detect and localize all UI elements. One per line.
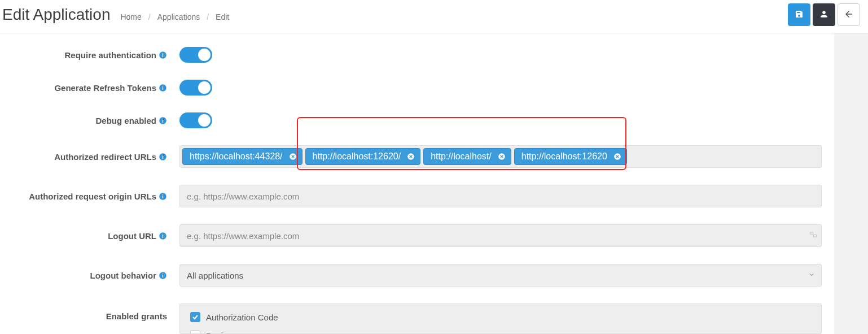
row-redirect-urls: Authorized redirect URLs i https://local… (0, 145, 834, 168)
label-origin-urls: Authorized request origin URLs (29, 192, 156, 201)
info-icon[interactable]: i (159, 116, 167, 125)
remove-tag-icon[interactable] (288, 152, 297, 161)
url-tag-text: http://localhost:12620/ (313, 151, 401, 162)
url-tag-text: https://localhost:44328/ (190, 151, 283, 162)
locale-icon[interactable] (809, 231, 817, 241)
back-button[interactable] (838, 3, 860, 26)
remove-tag-icon[interactable] (406, 152, 415, 161)
grant-checkbox[interactable] (190, 330, 200, 334)
label-debug: Debug enabled (95, 116, 156, 125)
user-icon (820, 10, 828, 20)
breadcrumb-sep: / (207, 12, 209, 21)
grants-panel: Authorization Code Device (179, 303, 822, 334)
redirect-urls-input[interactable]: https://localhost:44328/ http://localhos… (179, 145, 822, 168)
label-enabled-grants: Enabled grants (106, 311, 167, 321)
url-tag-text: http://localhost/ (431, 151, 492, 162)
toggle-debug[interactable] (179, 112, 212, 128)
url-tag: https://localhost:44328/ (182, 148, 303, 165)
header-actions (788, 3, 866, 26)
row-refresh-tokens: Generate Refresh Tokens i (0, 80, 834, 96)
info-icon[interactable]: i (159, 192, 167, 201)
info-icon[interactable]: i (159, 271, 167, 280)
svg-text:i: i (162, 193, 163, 199)
svg-text:i: i (162, 272, 163, 278)
info-icon[interactable]: i (159, 232, 167, 240)
grant-label: Authorization Code (206, 313, 278, 322)
breadcrumb-home[interactable]: Home (120, 12, 141, 21)
label-refresh-tokens: Generate Refresh Tokens (54, 83, 156, 93)
page-title: Edit Application (2, 6, 110, 24)
row-debug: Debug enabled i (0, 112, 834, 128)
header-left: Edit Application Home / Applications / E… (2, 6, 229, 24)
logout-url-input[interactable] (179, 224, 822, 247)
grant-row: Authorization Code (190, 312, 811, 322)
remove-tag-icon[interactable] (497, 152, 506, 161)
logout-behavior-select[interactable]: All applications (179, 264, 822, 287)
url-tag-text: http://localhost:12620 (521, 151, 607, 162)
url-tag: http://localhost/ (423, 148, 511, 165)
toggle-knob (198, 49, 211, 61)
toggle-knob (198, 114, 211, 127)
svg-text:i: i (162, 154, 163, 159)
breadcrumb-applications[interactable]: Applications (157, 12, 200, 21)
info-icon[interactable]: i (159, 51, 167, 59)
svg-text:i: i (162, 85, 163, 90)
remove-tag-icon[interactable] (613, 152, 622, 161)
row-logout-url: Logout URL i (0, 224, 834, 247)
label-logout-url: Logout URL (108, 231, 156, 241)
label-logout-behavior: Logout behavior (90, 271, 157, 280)
svg-rect-16 (810, 232, 813, 235)
grant-row: Device (190, 330, 811, 334)
scroll-gutter (834, 33, 868, 334)
breadcrumb: Home / Applications / Edit (120, 12, 229, 21)
breadcrumb-sep: / (148, 12, 151, 21)
url-tag: http://localhost:12620/ (305, 148, 421, 165)
grant-label: Device (206, 331, 232, 335)
svg-text:i: i (162, 118, 163, 123)
save-icon (795, 10, 804, 20)
save-button[interactable] (788, 3, 810, 26)
grant-checkbox[interactable] (190, 312, 200, 322)
row-logout-behavior: Logout behavior i All applications (0, 264, 834, 287)
breadcrumb-edit: Edit (216, 12, 229, 21)
page-header: Edit Application Home / Applications / E… (0, 0, 868, 33)
toggle-require-auth[interactable] (179, 47, 212, 63)
svg-text:i: i (162, 52, 163, 58)
row-enabled-grants: Enabled grants Authorization Code Device (0, 303, 834, 334)
toggle-refresh-tokens[interactable] (179, 80, 212, 96)
origin-urls-input[interactable] (179, 185, 822, 207)
url-tag: http://localhost:12620 (514, 148, 627, 165)
form-container: Require authentication i Generate Refres… (0, 33, 834, 334)
svg-rect-17 (814, 235, 817, 237)
user-button[interactable] (813, 3, 835, 26)
svg-text:i: i (162, 233, 163, 238)
toggle-knob (198, 81, 211, 94)
back-arrow-icon (844, 9, 854, 21)
row-origin-urls: Authorized request origin URLs i (0, 185, 834, 207)
label-redirect-urls: Authorized redirect URLs (54, 152, 156, 162)
row-require-auth: Require authentication i (0, 47, 834, 63)
info-icon[interactable]: i (159, 84, 167, 92)
label-require-auth: Require authentication (64, 50, 156, 60)
info-icon[interactable]: i (159, 153, 167, 161)
